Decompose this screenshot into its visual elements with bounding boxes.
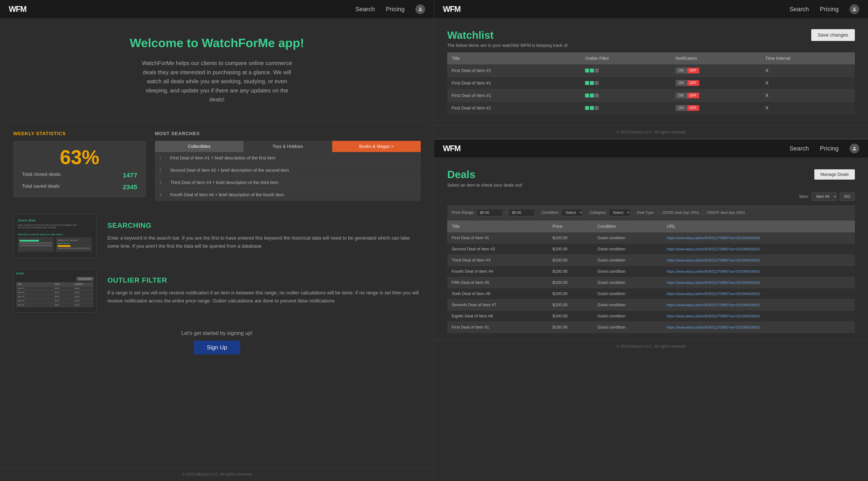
category-select[interactable]: Select bbox=[609, 209, 630, 216]
tab-books[interactable]: Books & Magaz > bbox=[332, 141, 421, 152]
outlier-desc: If a range is set you will only receive … bbox=[107, 289, 421, 305]
watchlist-row-4-outlier bbox=[581, 102, 671, 114]
deal-link-2[interactable]: https://www.ebay.ca/itm/354031270895?var… bbox=[667, 247, 760, 251]
deals-row-5: Fifth Deal of Item #5 $100.00 Good condi… bbox=[447, 277, 855, 288]
remove-btn-4[interactable]: X bbox=[765, 105, 769, 111]
toggle-on-1[interactable]: ON bbox=[676, 67, 687, 73]
condition-select[interactable]: Select bbox=[561, 209, 583, 216]
deals-row-8-price: $100.00 bbox=[548, 311, 593, 322]
item-select[interactable]: Item ## bbox=[812, 192, 837, 201]
deals-col-condition: Condition bbox=[593, 220, 662, 232]
deal-link-7[interactable]: https://www.ebay.ca/itm/354031270895?var… bbox=[667, 303, 760, 307]
dot-4 bbox=[585, 81, 589, 85]
watchlist-row-3-notification: ON OFF bbox=[671, 89, 761, 102]
nav-search-left[interactable]: Search bbox=[355, 6, 375, 13]
deal-link-3[interactable]: https://www.ebay.ca/itm/354031270895?var… bbox=[667, 258, 760, 262]
user-icon-right-bottom bbox=[852, 146, 857, 151]
avatar-right-bottom[interactable] bbox=[849, 144, 859, 153]
watchlist-title: Watchlist bbox=[447, 29, 569, 41]
nav-pricing-right-bottom[interactable]: Pricing bbox=[820, 145, 839, 152]
manage-deals-button[interactable]: Manage Deals bbox=[814, 169, 855, 180]
deal-link-6[interactable]: https://www.ebay.ca/itm/354031270895?var… bbox=[667, 292, 760, 296]
toggle-on-3[interactable]: ON bbox=[676, 92, 687, 99]
watchlist-row-2-remove: X bbox=[761, 77, 855, 89]
go-button[interactable]: GO bbox=[839, 192, 855, 201]
watchlist-row-3-remove: X bbox=[761, 89, 855, 102]
watchlist-row-2: First Deal of Item #1 ON OFF bbox=[447, 77, 855, 89]
features-section: Search deals Enter a keyword of the item… bbox=[0, 205, 434, 321]
remove-btn-3[interactable]: X bbox=[765, 93, 769, 98]
deals-row-5-title: Fifth Deal of Item #5 bbox=[447, 277, 548, 288]
deals-row-5-price: $100.00 bbox=[548, 277, 593, 288]
deals-row-6-condition: Good condition bbox=[593, 288, 662, 299]
deals-header: Deals Manage Deals bbox=[447, 168, 855, 181]
watchlist-row-2-notification: ON OFF bbox=[671, 77, 761, 89]
watchlist-page: WFM Search Pricing Watchlist The below i… bbox=[434, 0, 868, 139]
dot-5 bbox=[590, 81, 594, 85]
great-deal-checkbox[interactable] bbox=[702, 211, 706, 215]
dot-11 bbox=[590, 106, 594, 110]
item-label: Item: bbox=[799, 194, 809, 199]
deal-link-8[interactable]: https://www.ebay.ca/itm/354031270895?var… bbox=[667, 314, 760, 318]
dot-1 bbox=[585, 69, 589, 72]
deal-link-5[interactable]: https://www.ebay.ca/itm/354031270895?var… bbox=[667, 281, 760, 285]
navbar-right-top: WFM Search Pricing bbox=[434, 0, 868, 18]
price-to-input[interactable] bbox=[508, 209, 535, 216]
nav-pricing-left[interactable]: Pricing bbox=[386, 6, 405, 13]
left-panel: WFM Search Pricing Welcome to WatchForMe… bbox=[0, 0, 434, 481]
deals-row-6: Sixth Deal of Item #6 $100.00 Good condi… bbox=[447, 288, 855, 299]
deals-row-9-condition: Good condition bbox=[593, 322, 662, 333]
toggle-off-2[interactable]: OFF bbox=[687, 80, 699, 86]
toggle-off-4[interactable]: OFF bbox=[687, 105, 699, 111]
remove-btn-2[interactable]: X bbox=[765, 80, 769, 86]
signup-cta: Let's get started by signing up! bbox=[9, 330, 425, 336]
watchlist-row-4-title: First Deal of Item #1 bbox=[447, 102, 581, 114]
save-changes-button[interactable]: Save changes bbox=[811, 29, 855, 41]
price-from-input[interactable] bbox=[476, 209, 503, 216]
search-num-1: 1 bbox=[159, 156, 166, 160]
condition-filter: Condition: Select bbox=[541, 209, 583, 216]
toggle-off-3[interactable]: OFF bbox=[687, 93, 699, 98]
deals-row-3-title: Third Deal of Item #3 bbox=[447, 255, 548, 266]
toggle-on-4[interactable]: ON bbox=[676, 105, 687, 111]
price-range-label: Price Range: bbox=[452, 210, 474, 215]
tab-toys[interactable]: Toys & Hobbies bbox=[244, 141, 332, 152]
dot-6 bbox=[595, 81, 599, 85]
deal-link-4[interactable]: https://www.ebay.ca/itm/354031270895?var… bbox=[667, 269, 760, 274]
dot-12 bbox=[595, 106, 599, 110]
navbar-links-right-top: Search Pricing bbox=[789, 4, 859, 14]
deals-row-7-url: https://www.ebay.ca/itm/354031270895?var… bbox=[662, 299, 855, 311]
remove-btn-1[interactable]: X bbox=[765, 68, 769, 73]
deal-link-1[interactable]: https://www.ebay.ca/itm/354031270895?var… bbox=[667, 236, 760, 240]
toggle-on-2[interactable]: ON bbox=[676, 80, 687, 86]
deals-row-8: Eighth Deal of Item #8 $100.00 Good cond… bbox=[447, 311, 855, 322]
watchlist-row-4-notification: ON OFF bbox=[671, 102, 761, 114]
hero-section: Welcome to WatchForMe app! WatchForMe he… bbox=[0, 18, 434, 118]
watchlist-table: Title Outlier Filter Notification Time I… bbox=[447, 52, 855, 114]
search-tabs: Collectibles Toys & Hobbies Books & Maga… bbox=[155, 141, 421, 152]
nav-search-right-bottom[interactable]: Search bbox=[789, 145, 809, 152]
avatar-left[interactable] bbox=[415, 4, 425, 14]
outlier-content: OUTLIER FILTER If a range is set you wil… bbox=[107, 276, 421, 305]
nav-pricing-right-top[interactable]: Pricing bbox=[820, 6, 839, 13]
watchlist-header-row: Title Outlier Filter Notification Time I… bbox=[447, 52, 855, 64]
searching-desc: Enter a keyword in the search bar. If yo… bbox=[107, 234, 421, 250]
search-text-3: Third Deal of Item #3 + brief descriptio… bbox=[170, 180, 279, 185]
toggle-off-1[interactable]: OFF bbox=[687, 68, 699, 73]
logo-left: WFM bbox=[9, 5, 26, 14]
deal-link-9[interactable]: https://www.ebay.ca/itm/354031270895?var… bbox=[667, 325, 760, 329]
watchlist-row-2-title: First Deal of Item #1 bbox=[447, 77, 581, 89]
navbar-left: WFM Search Pricing bbox=[0, 0, 434, 18]
watchlist-header: Watchlist The below items are in your wa… bbox=[447, 29, 855, 48]
avatar-right-top[interactable] bbox=[849, 4, 859, 14]
signup-button[interactable]: Sign Up bbox=[194, 341, 240, 354]
search-text-1: First Deal of Item #1 + brief descriptio… bbox=[170, 156, 276, 161]
category-filter: Category: Select bbox=[589, 209, 630, 216]
logo-right-bottom: WFM bbox=[443, 144, 460, 153]
searching-feature-row: Search deals Enter a keyword of the item… bbox=[13, 214, 421, 258]
price-range-filter: Price Range: - bbox=[452, 209, 535, 216]
good-deal-checkbox[interactable] bbox=[658, 211, 661, 215]
nav-search-right-top[interactable]: Search bbox=[789, 6, 809, 13]
deals-row-2-url: https://www.ebay.ca/itm/354031270895?var… bbox=[662, 244, 855, 255]
tab-collectibles[interactable]: Collectibles bbox=[155, 141, 244, 152]
